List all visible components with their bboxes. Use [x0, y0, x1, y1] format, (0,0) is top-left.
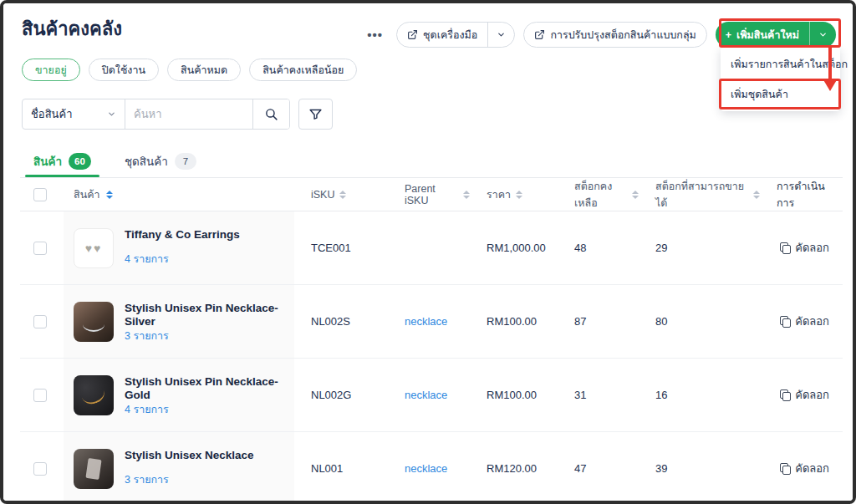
isku-value: TCE001	[294, 242, 388, 254]
add-product-label: เพิ่มสินค้าใหม่	[736, 27, 799, 43]
external-link-icon	[534, 29, 545, 40]
variants-link[interactable]: 4 รายการ	[125, 251, 240, 267]
copy-icon	[780, 463, 790, 474]
sort-arrows-icon[interactable]	[339, 191, 346, 199]
col-sellable-stock: สต็อกที่สามารถขายได้	[655, 178, 748, 211]
menu-item-add-stock-product[interactable]: เพิ่มรายการสินค้าในสต็อก	[721, 49, 840, 79]
isku-value: NL002S	[294, 315, 388, 328]
price-value: RM120.00	[470, 462, 558, 475]
price-value: RM1,000.00	[470, 242, 558, 254]
chip-out-of-stock[interactable]: สินค้าหมด	[167, 59, 241, 81]
search-input[interactable]	[125, 99, 252, 129]
status-filter-chips: ขายอยู่ ปิดใช้งาน สินค้าหมด สินค้าคงเหลื…	[22, 59, 357, 81]
chevron-down-icon	[818, 30, 828, 39]
inventory-page: สินค้าคงคลัง ••• ชุดเครื่องมือ	[3, 3, 853, 501]
row-checkbox[interactable]	[33, 315, 47, 328]
chevron-down-icon	[497, 30, 506, 39]
copy-action[interactable]: คัดลอก	[760, 386, 843, 404]
toolkit-button[interactable]: ชุดเครื่องมือ	[396, 22, 515, 48]
filter-button[interactable]	[298, 99, 333, 130]
copy-action[interactable]: คัดลอก	[760, 460, 843, 477]
select-all-checkbox[interactable]	[33, 188, 47, 201]
variants-link[interactable]: 4 รายการ	[125, 401, 284, 418]
sellable-stock-value: 29	[639, 242, 760, 254]
inventory-table: สินค้า iSKU Parent iSKU ราคา สต็อกคงเหลื…	[20, 177, 843, 504]
more-horizontal-icon[interactable]: •••	[362, 28, 388, 42]
funnel-icon	[308, 107, 323, 121]
product-name: Stylish Unisex Pin Necklace-Silver	[125, 302, 284, 328]
sort-arrows-icon[interactable]	[632, 191, 639, 199]
external-link-icon	[407, 29, 418, 40]
parent-isku-link[interactable]: necklace	[388, 462, 470, 475]
col-product: สินค้า	[74, 186, 100, 203]
parent-isku-link[interactable]: necklace	[388, 315, 470, 328]
copy-icon	[780, 242, 790, 253]
search-icon	[264, 107, 278, 121]
stock-value: 87	[558, 315, 639, 328]
bulk-stock-update-label: การปรับปรุงสต็อกสินค้าแบบกลุ่ม	[550, 27, 696, 43]
variants-link[interactable]: 3 รายการ	[125, 328, 284, 344]
variants-link[interactable]: 3 รายการ	[125, 471, 254, 488]
search-field-value: ชื่อสินค้า	[31, 105, 72, 123]
price-value: RM100.00	[470, 315, 558, 328]
col-price: ราคา	[487, 186, 511, 203]
chip-selling[interactable]: ขายอยู่	[22, 59, 80, 81]
sort-arrows-icon[interactable]	[753, 191, 760, 199]
sellable-stock-value: 16	[639, 389, 760, 401]
toolkit-dropdown-toggle[interactable]	[488, 23, 514, 47]
copy-action[interactable]: คัดลอก	[760, 239, 843, 257]
sellable-stock-value: 39	[639, 462, 760, 475]
plus-icon: +	[726, 29, 731, 41]
stock-value: 48	[558, 242, 639, 254]
sort-arrows-icon[interactable]	[516, 191, 522, 199]
copy-action[interactable]: คัดลอก	[760, 313, 843, 330]
tab-products-label: สินค้า	[33, 152, 62, 171]
chip-low-stock[interactable]: สินค้าคงเหลือน้อย	[249, 59, 357, 81]
tab-product-sets-label: ชุดสินค้า	[125, 152, 168, 171]
sort-arrows-icon[interactable]	[463, 191, 470, 199]
search-field-select[interactable]: ชื่อสินค้า	[23, 99, 125, 129]
table-row: Stylish Unisex Necklace 3 รายการ NL001 n…	[20, 432, 843, 504]
parent-isku-link[interactable]: necklace	[388, 389, 470, 401]
chip-disabled[interactable]: ปิดใช้งาน	[89, 59, 159, 81]
tab-product-sets-count: 7	[175, 153, 196, 170]
table-tabs: สินค้า 60 ชุดสินค้า 7	[33, 145, 196, 177]
toolkit-button-label: ชุดเครื่องมือ	[423, 27, 477, 43]
add-product-dropdown-menu: เพิ่มรายการสินค้าในสต็อก เพิ่มชุดสินค้า	[721, 48, 840, 111]
add-product-dropdown-toggle[interactable]	[810, 22, 836, 48]
table-row: Stylish Unisex Pin Necklace-Silver 3 ราย…	[20, 285, 843, 359]
isku-value: NL002G	[294, 389, 388, 401]
copy-icon	[780, 389, 790, 400]
tab-product-sets[interactable]: ชุดสินค้า 7	[125, 145, 196, 177]
product-name: Stylish Unisex Pin Necklace-Gold	[125, 375, 284, 401]
sellable-stock-value: 80	[639, 315, 760, 328]
product-name: Tiffany & Co Earrings	[125, 228, 240, 242]
bulk-stock-update-button[interactable]: การปรับปรุงสต็อกสินค้าแบบกลุ่ม	[523, 22, 706, 48]
product-image	[74, 228, 114, 268]
add-product-button[interactable]: + เพิ่มสินค้าใหม่	[716, 22, 836, 48]
tab-products-count: 60	[69, 153, 91, 170]
product-image	[74, 302, 114, 342]
sort-arrows-icon[interactable]	[106, 191, 113, 199]
search-button[interactable]	[252, 99, 289, 129]
search-row: ชื่อสินค้า	[22, 99, 333, 130]
product-name: Stylish Unisex Necklace	[125, 449, 254, 462]
chevron-down-icon	[107, 109, 116, 119]
price-value: RM100.00	[470, 389, 558, 401]
row-checkbox[interactable]	[33, 462, 47, 476]
row-checkbox[interactable]	[33, 389, 47, 402]
search-group: ชื่อสินค้า	[22, 99, 290, 130]
header-toolbar: ••• ชุดเครื่องมือ การปรับปรุงสต็อกสินค	[362, 22, 836, 48]
stock-value: 47	[558, 462, 639, 475]
row-checkbox[interactable]	[33, 242, 47, 255]
tab-products[interactable]: สินค้า 60	[33, 145, 91, 177]
col-isku: iSKU	[311, 189, 334, 201]
stock-value: 31	[558, 389, 639, 401]
product-image	[74, 449, 114, 489]
menu-item-add-product-set[interactable]: เพิ่มชุดสินค้า	[721, 79, 840, 109]
col-stock: สต็อกคงเหลือ	[574, 178, 627, 211]
table-row: Tiffany & Co Earrings 4 รายการ TCE001 RM…	[20, 211, 843, 285]
copy-icon	[780, 316, 790, 327]
product-image	[74, 375, 114, 415]
col-actions: การดำเนินการ	[760, 178, 843, 211]
